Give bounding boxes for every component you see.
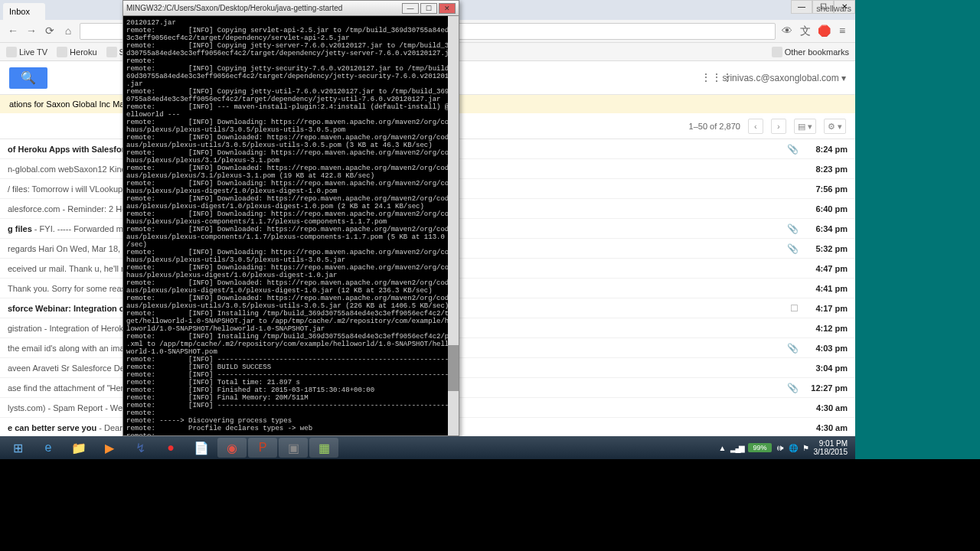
bookmark-heroku[interactable]: Heroku — [57, 47, 96, 57]
taskbar-app-button[interactable]: P — [248, 438, 277, 458]
mail-time: 4:47 pm — [803, 264, 848, 273]
tray-expand-icon[interactable]: ▲ — [718, 444, 726, 452]
attachment-icon: 📎 — [787, 383, 799, 393]
bookmark-icon — [6, 47, 17, 57]
taskbar-app-button[interactable]: ▶ — [95, 438, 124, 458]
clock-date: 3/18/2015 — [814, 448, 848, 456]
mail-time: 3:04 pm — [803, 364, 848, 373]
clock-time: 9:01 PM — [814, 439, 848, 448]
notice-text: ations for Saxon Global Inc Mail. — [9, 99, 130, 109]
taskbar-app-button[interactable]: ⊞ — [3, 438, 32, 458]
mail-time: 4:30 am — [803, 403, 848, 412]
mail-time: 6:34 pm — [803, 224, 848, 233]
forward-icon[interactable]: → — [24, 24, 38, 38]
scrollbar-thumb[interactable] — [448, 345, 459, 391]
back-icon[interactable]: ← — [6, 24, 20, 38]
terminal-title: MINGW32:/C/Users/Saxon/Desktop/Heroku/ja… — [126, 4, 400, 12]
box-icon: ☐ — [790, 303, 799, 314]
browser-tab[interactable]: Inbox — [3, 3, 45, 20]
menu-icon[interactable]: ≡ — [835, 24, 849, 38]
bookmark-icon — [106, 47, 117, 57]
windows-taskbar: ⊞e📁▶↯●📄◉P▣▦ ▲ ▂▄▆ 99% 🕪 🌐 ⚑ 9:01 PM 3/18… — [0, 436, 855, 459]
mail-time: 6:40 pm — [803, 204, 848, 214]
view-toggle[interactable]: ▤ ▾ — [794, 119, 816, 134]
chrome-minimize[interactable]: — — [791, 0, 812, 14]
network-icon[interactable]: 🌐 — [789, 444, 798, 452]
mail-time: 4:41 pm — [803, 284, 848, 293]
bookmark-icon — [57, 47, 67, 57]
terminal-maximize[interactable]: ☐ — [420, 3, 437, 14]
taskbar-clock[interactable]: 9:01 PM 3/18/2015 — [814, 439, 848, 456]
taskbar-app-button[interactable]: ▣ — [279, 438, 308, 458]
mail-time: 4:30 am — [803, 423, 848, 432]
mail-time: 4:03 pm — [803, 344, 848, 353]
terminal-titlebar[interactable]: MINGW32:/C/Users/Saxon/Desktop/Heroku/ja… — [123, 1, 459, 16]
flag-icon[interactable]: ⚑ — [802, 444, 809, 452]
taskbar-app-button[interactable]: ↯ — [126, 438, 155, 458]
user-account[interactable]: srinivas.c@saxonglobal.com ▾ — [722, 73, 846, 83]
eye-icon[interactable]: 👁 — [780, 24, 794, 38]
taskbar-app-button[interactable]: 📁 — [64, 438, 93, 458]
abp-icon[interactable]: 🛑 — [817, 24, 831, 38]
mail-time: 4:12 pm — [803, 324, 848, 333]
pagination-label: 1–50 of 2,870 — [689, 122, 740, 131]
taskbar-app-button[interactable]: ▦ — [309, 438, 338, 458]
prev-page-button[interactable]: ‹ — [748, 119, 763, 134]
attachment-icon: 📎 — [787, 343, 799, 354]
volume-icon[interactable]: 🕪 — [776, 444, 784, 452]
terminal-output[interactable]: 20120127.jar remote: [INFO] Copying serv… — [123, 16, 459, 435]
settings-gear-icon[interactable]: ⚙ ▾ — [824, 119, 846, 134]
mail-time: 8:23 pm — [803, 165, 848, 174]
next-page-button[interactable]: › — [771, 119, 786, 134]
taskbar-app-button[interactable]: ● — [156, 438, 185, 458]
bookmark-label: Heroku — [70, 47, 96, 57]
mail-time: 12:27 pm — [803, 383, 848, 393]
terminal-window: MINGW32:/C/Users/Saxon/Desktop/Heroku/ja… — [122, 0, 459, 436]
system-tray: ▲ ▂▄▆ 99% 🕪 🌐 ⚑ 9:01 PM 3/18/2015 — [718, 439, 852, 456]
mail-time: 5:32 pm — [803, 244, 848, 253]
battery-indicator[interactable]: 99% — [748, 443, 771, 452]
mail-time: 4:17 pm — [803, 304, 848, 313]
attachment-icon: 📎 — [787, 144, 799, 155]
mail-time: 7:56 pm — [803, 184, 848, 194]
attachment-icon: 📎 — [787, 223, 799, 234]
taskbar-app-button[interactable]: 📄 — [187, 438, 216, 458]
bookmark-label: Live TV — [19, 47, 47, 57]
reload-icon[interactable]: ⟳ — [43, 24, 57, 38]
home-icon[interactable]: ⌂ — [61, 24, 75, 38]
taskbar-app-button[interactable]: e — [34, 438, 63, 458]
background-app-title: shellwars — [816, 4, 851, 13]
taskbar-app-button[interactable]: ◉ — [217, 438, 247, 458]
apps-icon[interactable]: ⋮⋮⋮ — [701, 71, 714, 85]
bookmark-livetv[interactable]: Live TV — [6, 47, 47, 57]
translate-icon[interactable]: ⽂ — [799, 24, 812, 38]
terminal-close[interactable]: ✕ — [439, 3, 456, 14]
terminal-minimize[interactable]: — — [402, 3, 419, 14]
signal-icon: ▂▄▆ — [730, 444, 743, 452]
attachment-icon: 📎 — [787, 243, 799, 254]
other-bookmarks[interactable]: Other bookmarks — [772, 47, 849, 57]
mail-time: 8:24 pm — [803, 145, 848, 154]
youtube-blackbar — [0, 459, 980, 551]
folder-icon — [772, 47, 782, 57]
terminal-scrollbar[interactable] — [448, 16, 459, 435]
taskbar-buttons: ⊞e📁▶↯●📄◉P▣▦ — [3, 438, 338, 458]
search-button[interactable]: 🔍 — [9, 67, 47, 89]
bookmark-label: Other bookmarks — [785, 47, 849, 57]
